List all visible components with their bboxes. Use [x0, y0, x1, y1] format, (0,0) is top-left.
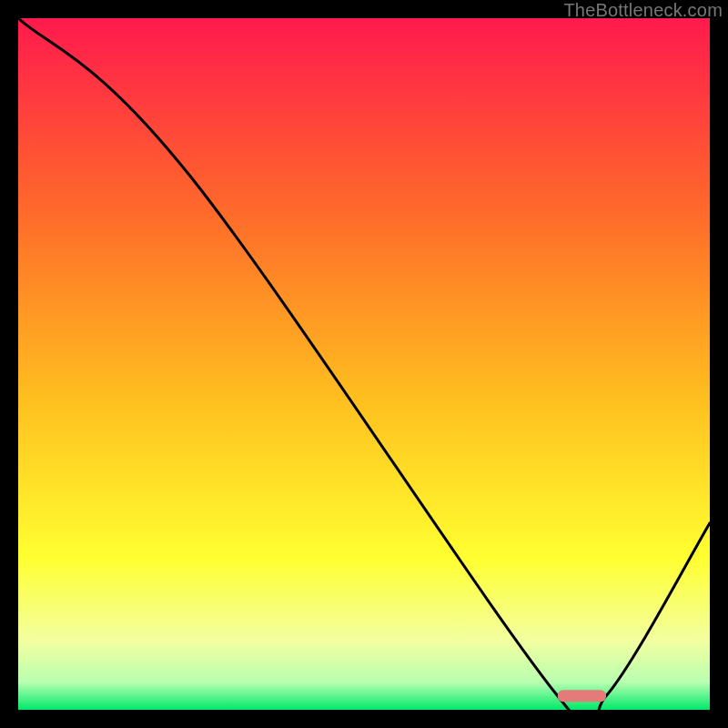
chart-frame: TheBottleneck.com — [0, 0, 728, 728]
optimal-range-marker — [558, 690, 606, 702]
chart-svg — [18, 18, 710, 710]
gradient-background — [18, 18, 710, 710]
plot-area — [18, 18, 710, 710]
